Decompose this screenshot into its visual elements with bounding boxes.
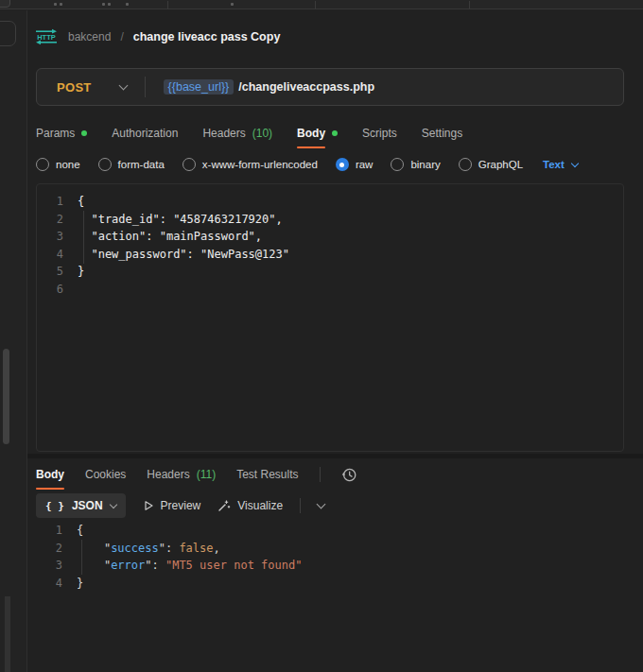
radio-form-data[interactable]: form-data [98,158,165,171]
code-line: 1 { [36,522,624,540]
tab-icon-sliver [102,3,105,6]
chevron-down-icon[interactable] [317,500,326,509]
chevron-down-icon [109,500,116,508]
tab-icon-sliver [108,3,111,6]
code-line: 2 "success": false, [36,540,624,558]
radio-binary[interactable]: binary [391,158,440,171]
response-history-button[interactable] [341,467,357,483]
indent-guide [81,540,82,575]
partial-tab[interactable] [0,0,10,8]
body-type-selector: none form-data x-www-form-urlencoded raw… [36,152,578,177]
response-format-dropdown[interactable]: { } JSON [36,493,126,518]
code-line: 4 "new_password": "NewPass@123" [37,246,623,264]
history-clock-icon [341,467,357,483]
radio-graphql[interactable]: GraphQL [459,158,523,171]
request-tab-bar: Params Authorization Headers (10) Body S… [36,121,462,146]
visualize-button[interactable]: Visualize [217,499,283,512]
scrollbar-track[interactable] [5,596,10,672]
radio-icon [36,158,49,171]
chevron-down-icon[interactable] [118,81,128,91]
response-tab-bar: Body Cookies Headers (11) Test Results [36,462,357,487]
play-icon [143,500,154,511]
app-window: HTTP bakcend / change liveacc pass Copy … [0,0,643,672]
code-line: 5 } [37,263,623,281]
line-number: 1 [36,522,62,540]
method-selector[interactable]: POST [57,80,92,95]
radio-icon [98,158,112,171]
indent-guide [83,211,84,264]
green-dot-indicator [81,130,87,136]
braces-icon: { } [45,500,64,512]
line-number: 5 [37,263,63,281]
tab-separator [315,1,316,9]
scrollbar-thumb[interactable] [3,349,9,444]
radio-urlencoded[interactable]: x-www-form-urlencoded [182,158,318,171]
response-tab-headers[interactable]: Headers (11) [147,468,216,481]
response-headers-count: (11) [197,468,216,481]
radio-icon [391,158,404,171]
url-divider [145,77,146,97]
radio-checked-icon [336,158,349,171]
code-line: 4 } [36,575,624,593]
request-body-editor[interactable]: 1 { 2 "trade_id": "4587463217920", 3 "ac… [36,183,624,452]
code-line: 6 [37,281,623,299]
magic-wand-icon [217,499,231,512]
line-number: 2 [36,540,62,558]
response-tab-body[interactable]: Body [36,468,64,481]
line-number: 4 [36,575,62,593]
tab-icon-sliver [54,3,57,6]
line-number: 3 [37,228,63,246]
tab-icon-sliver [231,3,234,6]
response-tab-test-results[interactable]: Test Results [236,468,298,481]
raw-language-dropdown[interactable]: Text [543,159,578,170]
url-input[interactable]: /changeliveaccpass.php [238,80,374,94]
tab-authorization[interactable]: Authorization [112,127,178,140]
tab-scripts[interactable]: Scripts [362,127,397,140]
breadcrumb-separator: / [120,30,123,43]
code-line: 3 "error": "MT5 user not found" [36,557,624,575]
chevron-down-icon [571,159,579,166]
tab-settings[interactable]: Settings [422,127,462,140]
breadcrumb-collection[interactable]: bakcend [68,30,111,43]
line-number: 2 [37,211,63,229]
line-number: 3 [36,557,62,575]
line-number: 1 [37,193,63,211]
radio-raw[interactable]: raw [336,158,374,171]
tab-separator [167,1,168,9]
divider [320,467,321,482]
preview-button[interactable]: Preview [143,499,201,512]
tab-headers[interactable]: Headers (10) [202,127,272,140]
line-number: 6 [37,281,63,299]
green-dot-indicator [332,130,338,136]
code-line: 2 "trade_id": "4587463217920", [37,211,623,229]
http-request-icon: HTTP [34,28,59,45]
breadcrumb: HTTP bakcend / change liveacc pass Copy [34,27,280,46]
radio-icon [459,158,472,171]
tab-separator [469,1,470,9]
line-number: 4 [37,246,63,264]
collapsed-sidebar [0,10,27,672]
url-bar: POST {{base_url}} /changeliveaccpass.php [36,68,624,106]
tab-bar-remnant [0,0,643,9]
response-toolbar: { } JSON Preview Visualize [36,493,324,518]
radio-icon [182,158,196,171]
response-tab-cookies[interactable]: Cookies [85,468,126,481]
response-body-viewer[interactable]: 1 { 2 "success": false, 3 "error": "MT5 … [36,522,624,593]
headers-count: (10) [252,127,272,140]
request-title[interactable]: change liveacc pass Copy [133,30,281,43]
tab-body[interactable]: Body [297,127,338,140]
divider [300,498,301,513]
code-line: 3 "action": "mainPassword", [37,228,623,246]
tab-params[interactable]: Params [36,127,87,140]
code-line: 1 { [37,193,623,211]
tab-icon-sliver [126,3,129,6]
partial-sidebar-button[interactable] [0,21,16,46]
pane-splitter[interactable] [27,454,643,458]
tab-icon-sliver [60,3,62,6]
radio-none[interactable]: none [36,158,80,171]
base-url-variable-chip[interactable]: {{base_url}} [164,79,235,95]
svg-text:HTTP: HTTP [37,33,56,42]
